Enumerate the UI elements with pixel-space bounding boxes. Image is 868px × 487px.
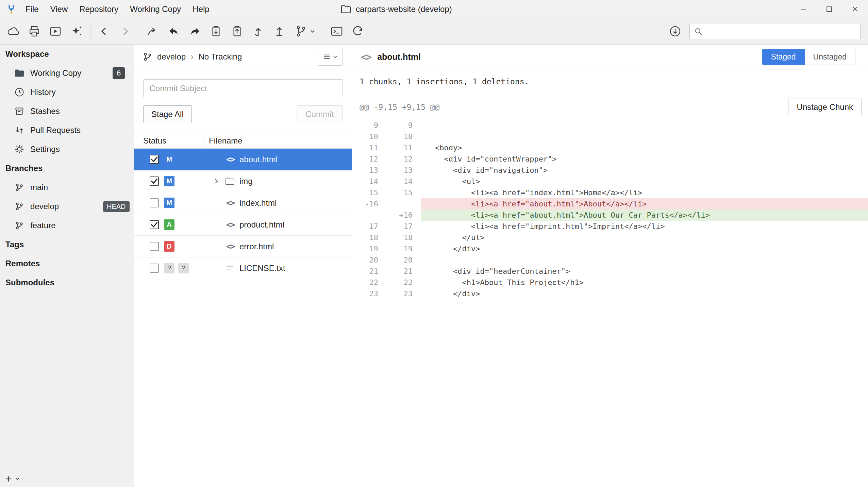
printer-icon[interactable]: [24, 21, 45, 41]
tracking-label[interactable]: No Tracking: [198, 52, 242, 62]
status-column-header[interactable]: Status: [134, 136, 203, 146]
file-row[interactable]: D error.html: [134, 236, 352, 257]
code-text: [421, 120, 868, 131]
back-icon[interactable]: [94, 21, 115, 41]
file-row[interactable]: M index.html: [134, 192, 352, 214]
gutter-pad: [413, 266, 421, 277]
column-divider: [203, 135, 203, 147]
pull-icon[interactable]: [248, 21, 269, 41]
unstaged-tab[interactable]: Unstaged: [805, 49, 855, 65]
status-badge: A: [164, 219, 174, 230]
commit-subject-input[interactable]: [143, 79, 343, 97]
fetch-indicator-icon[interactable]: [668, 24, 682, 38]
branch-label: main: [30, 183, 48, 192]
filename-column-header[interactable]: Filename: [203, 136, 243, 146]
new-line-number: 17: [378, 221, 413, 232]
app-icon: [5, 3, 17, 15]
unstash-icon[interactable]: [227, 21, 248, 41]
file-row[interactable]: M about.html: [134, 149, 352, 170]
code-text: <li><a href="index.html">Home</a></li>: [421, 187, 868, 198]
stage-checkbox[interactable]: [150, 242, 159, 251]
new-line-number: 10: [378, 131, 413, 142]
new-line-number: 21: [378, 266, 413, 277]
branch-menu-icon[interactable]: [290, 21, 320, 41]
menu-repository[interactable]: Repository: [73, 0, 124, 18]
sidebar-item-pull-requests[interactable]: Pull Requests: [0, 121, 134, 140]
search-input[interactable]: [706, 27, 856, 36]
maximize-button[interactable]: [816, 0, 842, 18]
chevron-down-icon: [333, 55, 337, 58]
status-cell: M: [134, 154, 213, 165]
open-repository-icon[interactable]: [45, 21, 66, 41]
code-text: <ul>: [421, 176, 868, 187]
diff-line: 1313 <div id="navigation">: [352, 165, 868, 176]
file-table: Status Filename M about.html M: [134, 133, 352, 279]
file-name: error.html: [239, 242, 274, 251]
code-text: </ul>: [421, 232, 868, 243]
file-row[interactable]: A product.html: [134, 214, 352, 236]
redo-icon[interactable]: [184, 21, 205, 41]
staged-tab[interactable]: Staged: [762, 49, 805, 65]
menu-view[interactable]: View: [45, 0, 74, 18]
toolbar-separator: [323, 25, 323, 38]
commit-button[interactable]: Commit: [297, 105, 343, 123]
push-icon[interactable]: [269, 21, 290, 41]
file-table-header: Status Filename: [134, 133, 352, 149]
terminal-icon[interactable]: [326, 21, 347, 41]
old-line-number: -16: [352, 198, 378, 209]
new-line-number: 18: [378, 232, 413, 243]
window-title-text: carparts-website (develop): [356, 4, 452, 14]
refresh-icon[interactable]: [347, 21, 368, 41]
chevron-right-icon[interactable]: [213, 178, 219, 184]
diff-line: 1212 <div id="contentWrapper">: [352, 153, 868, 165]
minimize-button[interactable]: [790, 0, 816, 18]
menu-help[interactable]: Help: [187, 0, 215, 18]
diff-line: 99: [352, 120, 868, 131]
branch-bar: develop No Tracking: [134, 45, 352, 69]
forward-icon[interactable]: [115, 21, 136, 41]
stage-checkbox[interactable]: [150, 177, 159, 186]
close-button[interactable]: [842, 0, 868, 18]
stage-checkbox[interactable]: [150, 220, 159, 229]
toolbar-right: [668, 24, 861, 39]
sidebar-item-settings[interactable]: Settings: [0, 140, 134, 159]
stage-checkbox[interactable]: [150, 198, 159, 207]
current-branch-label[interactable]: develop: [157, 52, 186, 62]
remotes-section-header[interactable]: Remotes: [0, 254, 134, 273]
sidebar-item-working-copy[interactable]: Working Copy 6: [0, 64, 134, 83]
chunk-range: @@ -9,15 +9,15 @@: [360, 103, 439, 112]
stash-icon[interactable]: [205, 21, 227, 41]
submodules-section-header[interactable]: Submodules: [0, 273, 134, 292]
sidebar-item-history[interactable]: History: [0, 83, 134, 102]
diff-line: 2222 <h1>About This Project</h1>: [352, 277, 868, 288]
sidebar-branch-feature[interactable]: feature: [0, 216, 134, 235]
gutter-pad: [413, 131, 421, 142]
sparkle-icon[interactable]: [66, 21, 87, 41]
code-text: <body>: [421, 142, 868, 153]
branch-options-button[interactable]: [318, 48, 343, 66]
file-row[interactable]: ? ? LICENSE.txt: [134, 257, 352, 279]
undo-icon[interactable]: [163, 21, 184, 41]
stage-checkbox[interactable]: [150, 155, 159, 164]
unstage-chunk-button[interactable]: Unstage Chunk: [788, 99, 862, 115]
file-row[interactable]: M img: [134, 170, 352, 192]
checkout-arrow-icon[interactable]: [142, 21, 163, 41]
diff-file-title: about.html: [377, 52, 421, 62]
cloud-icon[interactable]: [3, 21, 24, 41]
add-button[interactable]: [5, 473, 20, 484]
sidebar-branch-main[interactable]: main: [0, 178, 134, 197]
stage-checkbox[interactable]: [150, 264, 159, 273]
diff-lines: 99 1010 1111<body> 1212 <div id="content…: [352, 120, 868, 299]
gutter-pad: [413, 277, 421, 288]
menu-file[interactable]: File: [20, 0, 45, 18]
new-line-number: 14: [378, 176, 413, 187]
text-file-icon: [224, 265, 235, 272]
gutter-pad: [413, 153, 421, 165]
sidebar-branch-develop[interactable]: develop HEAD: [0, 197, 134, 216]
sidebar-item-stashes[interactable]: Stashes: [0, 102, 134, 121]
branches-header: Branches: [0, 159, 134, 178]
menu-working-copy[interactable]: Working Copy: [124, 0, 187, 18]
tags-section-header[interactable]: Tags: [0, 235, 134, 254]
old-line-number: 18: [352, 232, 378, 243]
stage-all-button[interactable]: Stage All: [143, 105, 192, 123]
